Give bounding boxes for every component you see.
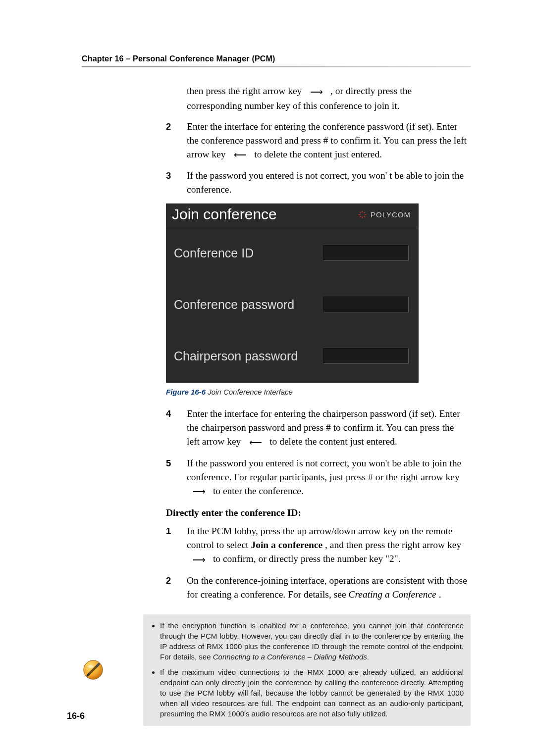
note-bullet: If the encryption function is enabled fo…	[160, 620, 464, 662]
field-label: Conference ID	[174, 246, 323, 260]
list-text: to enter the conference.	[213, 486, 304, 496]
list-item: 5 If the password you entered is not cor…	[166, 456, 469, 499]
list-number: 3	[166, 169, 187, 197]
arrow-right-icon: ⟶	[304, 85, 328, 99]
figure-text: Join Conference Interface	[206, 388, 293, 396]
list-number: 1	[166, 524, 187, 567]
list-text: , and then press the right arrow key	[325, 540, 461, 550]
figure-label: Figure 16-6	[166, 388, 206, 396]
list-text: If the password you entered is not corre…	[187, 458, 461, 482]
screenshot-title: Join conference	[172, 206, 357, 223]
intro-paragraph: then press the right arrow key ⟶ , or di…	[166, 84, 469, 113]
arrow-left-icon: ⟵	[228, 148, 252, 162]
chairperson-password-field[interactable]	[323, 348, 409, 364]
list-number: 4	[166, 407, 187, 450]
note-box: If the encryption function is enabled fo…	[82, 614, 471, 726]
svg-marker-0	[362, 210, 364, 212]
subheading: Directly enter the conference ID:	[166, 507, 469, 518]
svg-marker-5	[363, 211, 365, 213]
form-row: Chairperson password	[166, 330, 419, 373]
conference-id-field[interactable]	[323, 245, 409, 261]
page: Chapter 16 – Personal Conference Manager…	[0, 0, 535, 756]
form-row: Conference ID	[166, 227, 419, 279]
svg-marker-4	[359, 211, 361, 213]
svg-point-9	[88, 665, 94, 668]
list-text: to delete the content just entered.	[269, 436, 397, 447]
arrow-right-icon: ⟶	[187, 485, 211, 499]
list-item: 2 Enter the interface for entering the c…	[166, 120, 469, 162]
list-number: 2	[166, 574, 187, 602]
conference-password-field[interactable]	[323, 297, 409, 312]
header-divider	[82, 66, 471, 67]
svg-marker-6	[359, 215, 361, 217]
svg-marker-3	[362, 216, 364, 219]
brand: POLYCOM	[357, 209, 411, 220]
svg-marker-2	[364, 213, 367, 215]
join-conference-screenshot: Join conference POLYCOM Conference ID Co…	[166, 203, 419, 383]
svg-marker-1	[358, 213, 361, 215]
figure: Join conference POLYCOM Conference ID Co…	[166, 203, 469, 396]
list-text: to delete the content just entered.	[254, 149, 382, 159]
note-body: If the encryption function is enabled fo…	[143, 614, 471, 726]
list-item: 1 In the PCM lobby, press the up arrow/d…	[166, 524, 469, 567]
list-text: to confirm, or directly press the number…	[213, 554, 401, 564]
polycom-logo-icon	[357, 209, 368, 220]
chapter-header: Chapter 16 – Personal Conference Manager…	[82, 54, 471, 63]
intro-a: then press the right arrow key	[187, 86, 304, 96]
figure-caption: Figure 16-6 Join Conference Interface	[166, 388, 469, 396]
list-number: 5	[166, 456, 187, 499]
arrow-right-icon: ⟶	[187, 553, 211, 567]
svg-marker-7	[363, 215, 365, 217]
note-icon	[82, 658, 105, 681]
list-text: If the password you entered is not corre…	[187, 169, 469, 197]
list-item: 2 On the conference-joining interface, o…	[166, 574, 469, 602]
field-label: Conference password	[174, 298, 323, 312]
list-number: 2	[166, 120, 187, 162]
field-label: Chairperson password	[174, 349, 323, 363]
list-text-bold: Join a conference	[251, 540, 322, 550]
page-number: 16-6	[67, 711, 85, 721]
list-item: 4 Enter the interface for entering the c…	[166, 407, 469, 450]
content-block: then press the right arrow key ⟶ , or di…	[166, 84, 469, 602]
list-text-italic: Creating a Conference	[348, 589, 436, 600]
list-item: 3 If the password you entered is not cor…	[166, 169, 469, 197]
form-row: Conference password	[166, 279, 419, 330]
brand-text: POLYCOM	[371, 210, 411, 219]
note-bullet: If the maximum video connections to the …	[160, 667, 464, 719]
list-text: .	[439, 589, 441, 600]
arrow-left-icon: ⟵	[243, 436, 267, 450]
